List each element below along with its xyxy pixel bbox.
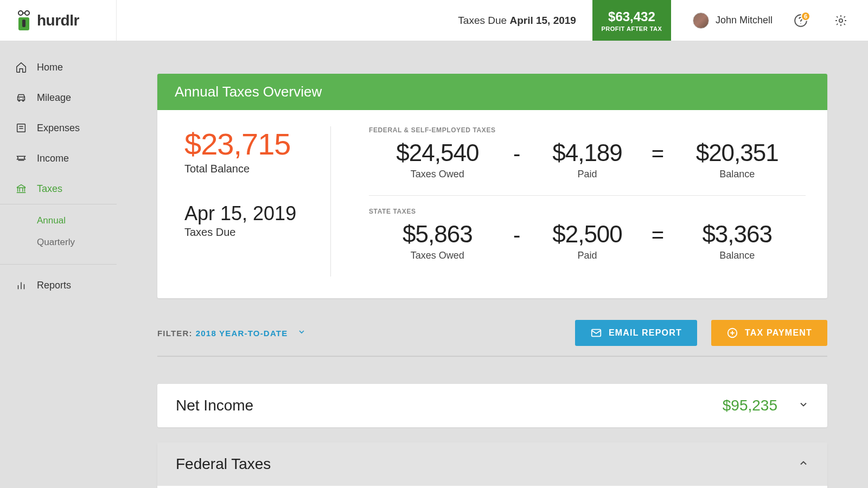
sidebar-item-reports[interactable]: Reports xyxy=(0,270,117,300)
overview-left: $23,715 Total Balance Apr 15, 2019 Taxes… xyxy=(184,126,331,277)
logo-text: hurdlr xyxy=(37,12,79,29)
chart-icon xyxy=(15,279,27,291)
sidebar-subitem-annual[interactable]: Annual xyxy=(0,210,117,232)
logo[interactable]: hurdlr xyxy=(14,10,79,31)
federal-owed-label: Taxes Owed xyxy=(369,169,506,180)
user-name[interactable]: John Mitchell xyxy=(716,15,773,26)
net-income-header[interactable]: Net Income $95,235 xyxy=(157,384,827,427)
car-icon xyxy=(15,92,27,104)
profit-after-tax-box[interactable]: $63,432 PROFIT AFTER TAX xyxy=(592,0,671,41)
profit-amount: $63,432 xyxy=(608,9,655,24)
svg-point-8 xyxy=(18,98,20,99)
sidebar-item-label: Income xyxy=(37,153,69,164)
svg-point-6 xyxy=(800,23,801,23)
bank-icon xyxy=(15,183,27,195)
filter-value[interactable]: 2018 YEAR-TO-DATE xyxy=(196,329,288,338)
email-report-button[interactable]: EMAIL REPORT xyxy=(575,320,697,346)
svg-point-1 xyxy=(25,11,29,15)
taxes-due-date: Apr 15, 2019 xyxy=(184,202,320,225)
net-income-panel: Net Income $95,235 xyxy=(157,384,827,427)
state-balance-label: Balance xyxy=(668,250,806,261)
svg-rect-4 xyxy=(22,20,25,27)
federal-owed-value: $24,540 xyxy=(369,139,506,166)
federal-taxes-body: Taxable Net Income $95,235 xyxy=(157,486,827,488)
sidebar-subitem-quarterly[interactable]: Quarterly xyxy=(0,232,117,253)
sidebar-item-income[interactable]: Income xyxy=(0,143,117,174)
state-balance-value: $3,363 xyxy=(668,221,806,248)
minus-operator: - xyxy=(506,223,528,247)
sidebar-item-taxes[interactable]: Taxes xyxy=(0,174,117,204)
svg-point-9 xyxy=(23,98,24,99)
chevron-up-icon xyxy=(798,458,809,471)
filter-row: FILTER: 2018 YEAR-TO-DATE EMAIL REPORT T… xyxy=(157,320,827,357)
logo-mark-icon xyxy=(14,10,34,31)
state-owed-label: Taxes Owed xyxy=(369,250,506,261)
federal-balance-label: Balance xyxy=(668,169,806,180)
federal-taxes-title: Federal Taxes xyxy=(176,455,271,473)
filter-label: FILTER: xyxy=(157,329,193,338)
main-content: Annual Taxes Overview $23,715 Total Bala… xyxy=(117,41,868,488)
logo-area: hurdlr xyxy=(0,0,117,41)
taxes-submenu: Annual Quarterly xyxy=(0,204,117,265)
header: hurdlr Taxes Due April 15, 2019 $63,432 … xyxy=(0,0,868,41)
gear-icon xyxy=(834,14,847,27)
federal-paid-value: $4,189 xyxy=(528,139,647,166)
federal-paid-label: Paid xyxy=(528,169,647,180)
svg-point-7 xyxy=(839,18,843,22)
equals-operator: = xyxy=(647,142,668,166)
svg-rect-10 xyxy=(17,124,25,132)
federal-balance-value: $20,351 xyxy=(668,139,806,166)
state-paid-value: $2,500 xyxy=(528,221,647,248)
total-balance-label: Total Balance xyxy=(184,163,320,175)
chevron-down-icon xyxy=(297,328,306,336)
sidebar-item-label: Expenses xyxy=(37,123,80,134)
tax-payment-button[interactable]: TAX PAYMENT xyxy=(711,320,827,346)
overview-title: Annual Taxes Overview xyxy=(157,74,827,110)
taxes-due-display: Taxes Due April 15, 2019 xyxy=(458,15,576,27)
sidebar: Home Mileage Expenses Income Taxes Annua… xyxy=(0,41,117,488)
receipt-icon xyxy=(15,122,27,134)
settings-button[interactable] xyxy=(829,9,853,33)
money-icon xyxy=(15,152,27,164)
sidebar-item-home[interactable]: Home xyxy=(0,52,117,82)
sidebar-item-label: Mileage xyxy=(37,92,71,104)
chevron-down-icon xyxy=(798,399,809,412)
federal-taxes-panel: Federal Taxes Taxable Net Income $95,235 xyxy=(157,442,827,488)
mail-icon xyxy=(590,327,602,339)
help-button[interactable]: 6 xyxy=(789,9,813,33)
home-icon xyxy=(15,61,27,73)
sidebar-item-expenses[interactable]: Expenses xyxy=(0,113,117,143)
state-owed-value: $5,863 xyxy=(369,221,506,248)
net-income-title: Net Income xyxy=(176,397,253,414)
taxes-due-date-label: Taxes Due xyxy=(184,226,320,239)
equals-operator: = xyxy=(647,223,668,247)
sidebar-item-mileage[interactable]: Mileage xyxy=(0,82,117,113)
notification-badge: 6 xyxy=(801,11,810,21)
sidebar-item-label: Taxes xyxy=(37,183,62,195)
filter-dropdown-toggle[interactable] xyxy=(297,328,306,338)
annual-taxes-overview-card: Annual Taxes Overview $23,715 Total Bala… xyxy=(157,74,827,298)
federal-taxes-header[interactable]: Federal Taxes xyxy=(157,442,827,486)
sidebar-item-label: Home xyxy=(37,62,63,73)
svg-point-0 xyxy=(18,11,23,15)
profit-label: PROFIT AFTER TAX xyxy=(602,25,662,32)
federal-section-label: FEDERAL & SELF-EMPLOYED TAXES xyxy=(369,126,806,134)
state-paid-label: Paid xyxy=(528,250,647,261)
plus-circle-icon xyxy=(726,327,738,339)
state-section-label: STATE TAXES xyxy=(369,208,806,215)
total-balance-amount: $23,715 xyxy=(184,126,320,162)
overview-right: FEDERAL & SELF-EMPLOYED TAXES $24,540 Ta… xyxy=(353,126,806,277)
user-area: John Mitchell 6 xyxy=(671,9,868,33)
minus-operator: - xyxy=(506,142,528,166)
net-income-value: $95,235 xyxy=(723,397,777,414)
sidebar-item-label: Reports xyxy=(37,280,71,291)
avatar[interactable] xyxy=(693,12,709,29)
